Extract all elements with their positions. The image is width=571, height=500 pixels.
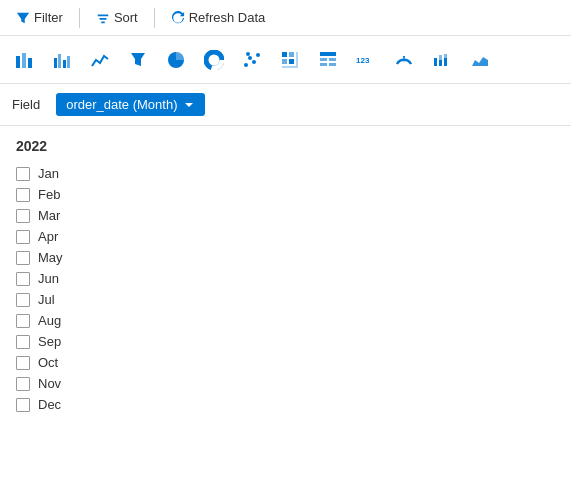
month-checkbox[interactable] xyxy=(16,335,30,349)
month-name: Jan xyxy=(38,166,59,181)
list-item: Oct xyxy=(16,353,555,372)
separator-1 xyxy=(79,8,80,28)
field-row-label: Field xyxy=(12,97,40,112)
list-item: Nov xyxy=(16,374,555,393)
refresh-button[interactable]: Refresh Data xyxy=(163,7,274,28)
field-dropdown[interactable]: order_date (Month) xyxy=(56,93,205,116)
list-item: Jun xyxy=(16,269,555,288)
chart-matrix-icon[interactable] xyxy=(276,46,304,74)
month-checkbox[interactable] xyxy=(16,251,30,265)
svg-rect-32 xyxy=(444,58,447,66)
svg-rect-19 xyxy=(296,52,298,68)
month-name: Mar xyxy=(38,208,60,223)
month-checkbox[interactable] xyxy=(16,377,30,391)
icon-row: 123 xyxy=(0,36,571,84)
svg-rect-25 xyxy=(329,63,336,66)
svg-rect-4 xyxy=(58,54,61,68)
main-content: 2022 JanFebMarAprMayJunJulAugSepOctNovDe… xyxy=(0,126,571,500)
list-item: Jul xyxy=(16,290,555,309)
separator-2 xyxy=(154,8,155,28)
month-name: Oct xyxy=(38,355,58,370)
sort-icon xyxy=(96,11,110,25)
sort-label: Sort xyxy=(114,10,138,25)
svg-rect-28 xyxy=(434,58,437,66)
field-row: Field order_date (Month) xyxy=(0,84,571,126)
refresh-icon xyxy=(171,11,185,25)
svg-rect-20 xyxy=(282,66,296,68)
month-checkbox[interactable] xyxy=(16,188,30,202)
list-item: Aug xyxy=(16,311,555,330)
chart-bar2-icon[interactable] xyxy=(48,46,76,74)
svg-rect-6 xyxy=(67,56,70,68)
month-name: Jun xyxy=(38,271,59,286)
list-item: Dec xyxy=(16,395,555,414)
toolbar: Filter Sort Refresh Data xyxy=(0,0,571,36)
svg-rect-0 xyxy=(16,56,20,68)
svg-point-12 xyxy=(252,60,256,64)
svg-rect-31 xyxy=(444,54,447,58)
svg-point-10 xyxy=(244,63,248,67)
month-checkbox[interactable] xyxy=(16,398,30,412)
filter-icon xyxy=(16,11,30,25)
sort-button[interactable]: Sort xyxy=(88,7,146,28)
svg-rect-22 xyxy=(320,58,327,61)
month-checkbox[interactable] xyxy=(16,314,30,328)
month-name: Jul xyxy=(38,292,55,307)
chart-donut-icon[interactable] xyxy=(200,46,228,74)
svg-rect-29 xyxy=(439,55,442,60)
svg-rect-17 xyxy=(282,59,287,64)
svg-rect-2 xyxy=(28,58,32,68)
month-name: Nov xyxy=(38,376,61,391)
svg-rect-15 xyxy=(282,52,287,57)
chart-bar-icon[interactable] xyxy=(10,46,38,74)
month-name: Feb xyxy=(38,187,60,202)
list-item: Mar xyxy=(16,206,555,225)
month-checkbox[interactable] xyxy=(16,209,30,223)
month-name: Apr xyxy=(38,229,58,244)
svg-rect-1 xyxy=(22,53,26,68)
month-name: May xyxy=(38,250,63,265)
svg-point-11 xyxy=(248,56,252,60)
svg-rect-30 xyxy=(439,60,442,66)
year-label: 2022 xyxy=(16,138,555,154)
chevron-down-icon xyxy=(183,99,195,111)
month-name: Sep xyxy=(38,334,61,349)
chart-number-icon[interactable]: 123 xyxy=(352,46,380,74)
svg-rect-24 xyxy=(320,63,327,66)
month-checkbox[interactable] xyxy=(16,356,30,370)
field-dropdown-value: order_date (Month) xyxy=(66,97,177,112)
chart-table-icon[interactable] xyxy=(314,46,342,74)
list-item: Jan xyxy=(16,164,555,183)
svg-point-13 xyxy=(256,53,260,57)
chart-area-icon[interactable] xyxy=(466,46,494,74)
chart-waterfall-icon[interactable] xyxy=(428,46,456,74)
month-checkbox[interactable] xyxy=(16,293,30,307)
svg-text:123: 123 xyxy=(356,56,370,65)
list-item: Feb xyxy=(16,185,555,204)
chart-pie-icon[interactable] xyxy=(162,46,190,74)
list-item: May xyxy=(16,248,555,267)
filter-label: Filter xyxy=(34,10,63,25)
chart-gauge-icon[interactable] xyxy=(390,46,418,74)
list-item: Sep xyxy=(16,332,555,351)
svg-rect-16 xyxy=(289,52,294,57)
svg-rect-23 xyxy=(329,58,336,61)
month-name: Dec xyxy=(38,397,61,412)
svg-rect-18 xyxy=(289,59,294,64)
list-item: Apr xyxy=(16,227,555,246)
month-name: Aug xyxy=(38,313,61,328)
chart-funnel-icon[interactable] xyxy=(124,46,152,74)
month-checkbox[interactable] xyxy=(16,230,30,244)
month-list: JanFebMarAprMayJunJulAugSepOctNovDec xyxy=(16,164,555,414)
svg-point-14 xyxy=(246,52,250,56)
refresh-label: Refresh Data xyxy=(189,10,266,25)
month-checkbox[interactable] xyxy=(16,272,30,286)
svg-rect-5 xyxy=(63,60,66,68)
chart-scatter-icon[interactable] xyxy=(238,46,266,74)
svg-rect-3 xyxy=(54,58,57,68)
chart-line-icon[interactable] xyxy=(86,46,114,74)
month-checkbox[interactable] xyxy=(16,167,30,181)
filter-button[interactable]: Filter xyxy=(8,7,71,28)
svg-rect-21 xyxy=(320,52,336,56)
